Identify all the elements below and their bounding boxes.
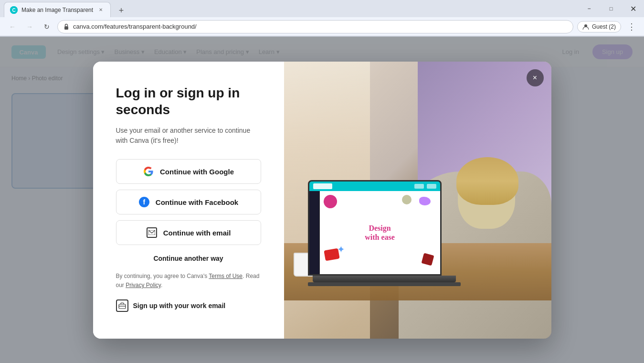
url-text: canva.com/features/transparent-backgroun… — [73, 23, 567, 30]
facebook-button-label: Continue with Facebook — [156, 198, 238, 206]
svg-rect-2 — [64, 26, 68, 30]
google-button-label: Continue with Google — [160, 168, 234, 176]
page-content: Canva Design settings ▾ Business ▾ Educa… — [0, 37, 644, 363]
person-icon — [582, 23, 589, 30]
close-button[interactable]: ✕ — [622, 0, 644, 17]
browser-chrome: − □ ✕ C Make an Image Transparent ✕ + ← … — [0, 0, 644, 37]
auth-modal: Log in or sign up in seconds Use your em… — [93, 62, 551, 339]
modal-subtitle: Use your email or another service to con… — [116, 126, 261, 146]
email-login-button[interactable]: Continue with email — [116, 220, 261, 245]
profile-label: Guest (2) — [592, 23, 616, 30]
reload-button[interactable]: ↻ — [40, 20, 53, 33]
tab-title: Make an Image Transparent — [21, 7, 93, 13]
forward-button[interactable]: → — [23, 20, 36, 33]
laptop: Designwith ease ✦ — [308, 180, 461, 286]
svg-text:C: C — [12, 8, 15, 13]
modal-backdrop: Log in or sign up in seconds Use your em… — [0, 37, 644, 363]
continue-another-button[interactable]: Continue another way — [116, 255, 261, 262]
modal-left-panel: Log in or sign up in seconds Use your em… — [93, 62, 284, 339]
tab-close-button[interactable]: ✕ — [97, 6, 105, 14]
minimize-button[interactable]: − — [578, 0, 600, 17]
terms-of-use-link[interactable]: Terms of Use — [209, 273, 243, 279]
modal-right-panel: Designwith ease ✦ — [284, 62, 551, 339]
lock-icon — [63, 23, 69, 30]
terms-text: By continuing, you agree to Canva's Term… — [116, 272, 261, 290]
back-button[interactable]: ← — [6, 20, 19, 33]
new-tab-button[interactable]: + — [115, 4, 128, 17]
terms-suffix: . — [161, 282, 162, 288]
google-icon — [143, 166, 154, 177]
work-email-button[interactable]: Sign up with your work email — [116, 299, 261, 312]
work-email-label: Sign up with your work email — [133, 302, 226, 310]
address-bar[interactable]: canva.com/features/transparent-backgroun… — [57, 20, 573, 33]
modal-illustration: Designwith ease ✦ — [284, 62, 551, 339]
tab-favicon: C — [10, 6, 18, 14]
browser-toolbar: ← → ↻ canva.com/features/transparent-bac… — [0, 17, 644, 36]
tab-strip: − □ ✕ C Make an Image Transparent ✕ + — [0, 0, 644, 17]
facebook-icon: f — [138, 196, 150, 208]
active-tab[interactable]: C Make an Image Transparent ✕ — [4, 2, 111, 17]
email-icon — [146, 227, 158, 238]
facebook-login-button[interactable]: f Continue with Facebook — [116, 190, 261, 214]
modal-close-button[interactable]: × — [527, 69, 544, 86]
briefcase-icon — [116, 299, 128, 312]
email-button-label: Continue with email — [163, 229, 231, 237]
close-icon: × — [533, 74, 537, 82]
terms-prefix: By continuing, you agree to Canva's — [116, 273, 209, 279]
modal-title: Log in or sign up in seconds — [116, 85, 261, 118]
privacy-policy-link[interactable]: Privacy Policy — [126, 282, 161, 288]
maximize-button[interactable]: □ — [600, 0, 622, 17]
google-login-button[interactable]: Continue with Google — [116, 159, 261, 184]
chrome-menu-button[interactable]: ⋮ — [625, 20, 638, 33]
profile-button[interactable]: Guest (2) — [577, 21, 621, 32]
